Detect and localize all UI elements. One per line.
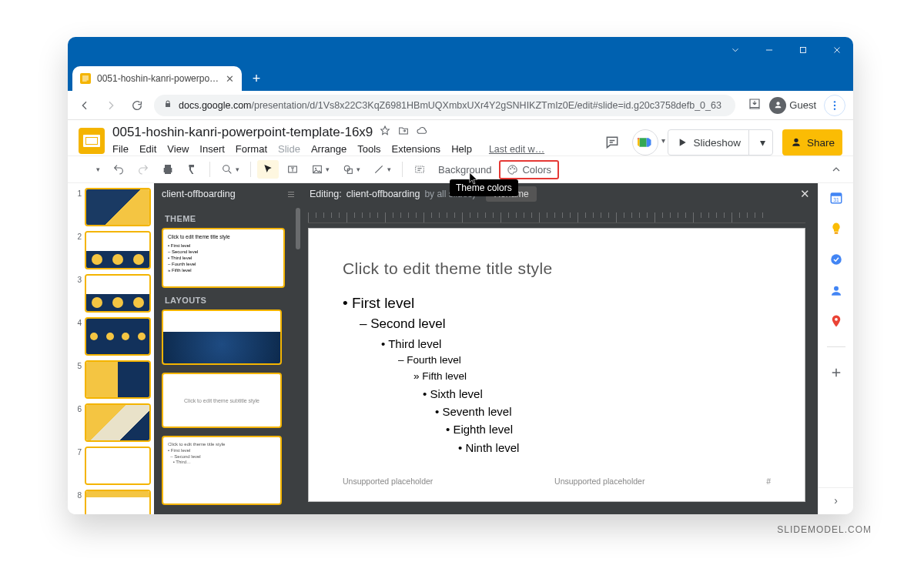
master-slide-thumb[interactable]: Click to edit theme title style • First … bbox=[162, 228, 285, 288]
image-button[interactable]: ▾ bbox=[306, 160, 334, 179]
filmstrip[interactable]: 1 2 3 4 5 6 7 8 bbox=[68, 183, 154, 514]
background-button[interactable]: Background bbox=[434, 161, 496, 179]
tab-strip: 0051-hoshin-kanri-powerpoint-t ✕ + bbox=[68, 63, 853, 91]
body-placeholder[interactable]: • First level – Second level • Third lev… bbox=[343, 292, 771, 457]
footer-page-number[interactable]: # bbox=[766, 477, 771, 486]
window-maximize-button[interactable] bbox=[793, 42, 813, 59]
menu-tools[interactable]: Tools bbox=[357, 143, 380, 155]
nav-back-button[interactable] bbox=[75, 96, 94, 115]
share-button[interactable]: Share bbox=[782, 129, 842, 156]
slides-app-icon[interactable] bbox=[79, 128, 105, 154]
ruler bbox=[308, 212, 805, 223]
undo-button[interactable] bbox=[108, 160, 129, 179]
zoom-button[interactable]: ▾ bbox=[216, 160, 244, 179]
slideshow-label: Slideshow bbox=[693, 137, 741, 149]
menu-insert[interactable]: Insert bbox=[199, 143, 225, 155]
theme-layout-list[interactable]: THEME Click to edit theme title style • … bbox=[154, 205, 302, 514]
slideshow-button[interactable]: Slideshow ▾ bbox=[668, 129, 773, 156]
profile-button[interactable]: Guest bbox=[769, 97, 816, 114]
menu-edit[interactable]: Edit bbox=[139, 143, 156, 155]
get-addons-button[interactable] bbox=[828, 364, 845, 381]
drag-handle-icon[interactable] bbox=[288, 192, 294, 197]
new-slide-button[interactable]: ▾ bbox=[77, 160, 105, 179]
svg-rect-17 bbox=[834, 232, 838, 234]
text-box-tool[interactable] bbox=[282, 160, 303, 179]
window-close-button[interactable] bbox=[827, 42, 847, 59]
canvas-title[interactable]: Click to edit theme title style bbox=[343, 259, 771, 278]
last-edit-link[interactable]: Last edit w… bbox=[489, 144, 544, 155]
side-panel: 31 › bbox=[818, 183, 853, 514]
tab-close-icon[interactable]: ✕ bbox=[226, 73, 234, 85]
menu-arrange[interactable]: Arrange bbox=[311, 143, 346, 155]
svg-point-3 bbox=[834, 108, 835, 109]
menu-extensions[interactable]: Extensions bbox=[392, 143, 441, 155]
sidepanel-collapse-button[interactable]: › bbox=[819, 487, 853, 507]
address-bar: docs.google.com/presentation/d/1Vs8x22C3… bbox=[68, 91, 853, 120]
share-label: Share bbox=[807, 137, 835, 149]
comments-button[interactable] bbox=[601, 132, 623, 153]
slide-thumb-3[interactable] bbox=[85, 274, 151, 313]
browser-tab[interactable]: 0051-hoshin-kanri-powerpoint-t ✕ bbox=[72, 66, 242, 91]
nav-reload-button[interactable] bbox=[128, 96, 146, 115]
slide-thumb-6[interactable] bbox=[85, 403, 151, 442]
new-tab-button[interactable]: + bbox=[246, 69, 266, 89]
slide-thumb-1[interactable] bbox=[85, 188, 151, 226]
mouse-cursor-icon bbox=[468, 172, 479, 189]
tasks-addon-icon[interactable] bbox=[828, 251, 845, 268]
footer-placeholder-center[interactable]: Unsupported placeholder bbox=[554, 477, 644, 486]
tab-title: 0051-hoshin-kanri-powerpoint-t bbox=[97, 73, 219, 84]
slideshow-dropdown[interactable]: ▾ bbox=[754, 130, 772, 155]
layout-thumb-2[interactable]: Click to edit theme subtitle style bbox=[162, 373, 282, 428]
omnibox[interactable]: docs.google.com/presentation/d/1Vs8x22C3… bbox=[154, 95, 735, 116]
svg-point-13 bbox=[514, 168, 515, 169]
menu-file[interactable]: File bbox=[112, 143, 129, 155]
editing-theme-name: client-offboarding bbox=[346, 189, 420, 199]
print-button[interactable] bbox=[157, 160, 179, 179]
slide-thumb-2[interactable] bbox=[85, 231, 151, 269]
meet-button[interactable] bbox=[632, 129, 658, 156]
layout-thumb-3[interactable]: Click to edit theme title style• First l… bbox=[162, 436, 282, 505]
document-title[interactable]: 0051-hoshin-kanri-powerpoint-template-16… bbox=[112, 125, 373, 140]
slide-thumb-5[interactable] bbox=[85, 360, 151, 399]
master-canvas[interactable]: Click to edit theme title style • First … bbox=[308, 228, 805, 502]
keep-addon-icon[interactable] bbox=[828, 220, 845, 237]
layout-thumb-1[interactable] bbox=[162, 309, 282, 365]
colors-button[interactable]: Colors bbox=[499, 160, 559, 179]
select-tool[interactable] bbox=[257, 160, 279, 179]
contacts-addon-icon[interactable] bbox=[828, 282, 845, 299]
close-theme-editor-button[interactable]: ✕ bbox=[800, 187, 810, 201]
window-dropdown-icon[interactable] bbox=[725, 42, 745, 59]
editor-canvas-area: Click to edit theme title style • First … bbox=[302, 205, 818, 514]
theme-name[interactable]: client-offboarding bbox=[162, 189, 236, 199]
install-app-icon[interactable] bbox=[748, 97, 762, 114]
menu-help[interactable]: Help bbox=[451, 143, 472, 155]
nav-forward-button[interactable] bbox=[102, 96, 120, 115]
svg-point-18 bbox=[831, 254, 842, 265]
maps-addon-icon[interactable] bbox=[828, 313, 845, 329]
toolbar-collapse-button[interactable] bbox=[825, 160, 847, 179]
slide-thumb-4[interactable] bbox=[85, 317, 151, 356]
redo-button[interactable] bbox=[132, 160, 154, 179]
browser-window: 0051-hoshin-kanri-powerpoint-t ✕ + docs.… bbox=[68, 37, 853, 514]
footer-placeholder-left[interactable]: Unsupported placeholder bbox=[343, 477, 433, 486]
move-icon[interactable] bbox=[397, 125, 410, 140]
slide-thumb-8[interactable] bbox=[85, 490, 151, 514]
svg-rect-15 bbox=[831, 193, 842, 196]
slide-thumb-7[interactable] bbox=[85, 447, 151, 485]
star-icon[interactable] bbox=[379, 125, 391, 140]
paint-format-button[interactable] bbox=[182, 160, 203, 179]
menu-view[interactable]: View bbox=[167, 143, 189, 155]
scrollbar-thumb[interactable] bbox=[296, 208, 300, 249]
browser-menu-button[interactable] bbox=[824, 95, 845, 116]
layouts-section-label: LAYOUTS bbox=[165, 296, 294, 305]
insert-placeholder-button[interactable] bbox=[409, 160, 430, 179]
cloud-status-icon[interactable] bbox=[416, 125, 428, 140]
window-minimize-button[interactable] bbox=[759, 42, 779, 59]
menu-format[interactable]: Format bbox=[236, 143, 267, 155]
shape-button[interactable]: ▾ bbox=[337, 160, 365, 179]
calendar-addon-icon[interactable]: 31 bbox=[828, 189, 845, 206]
colors-label: Colors bbox=[522, 164, 551, 176]
svg-point-8 bbox=[344, 166, 350, 171]
line-tool[interactable]: ▾ bbox=[368, 160, 396, 179]
svg-point-1 bbox=[834, 101, 835, 102]
